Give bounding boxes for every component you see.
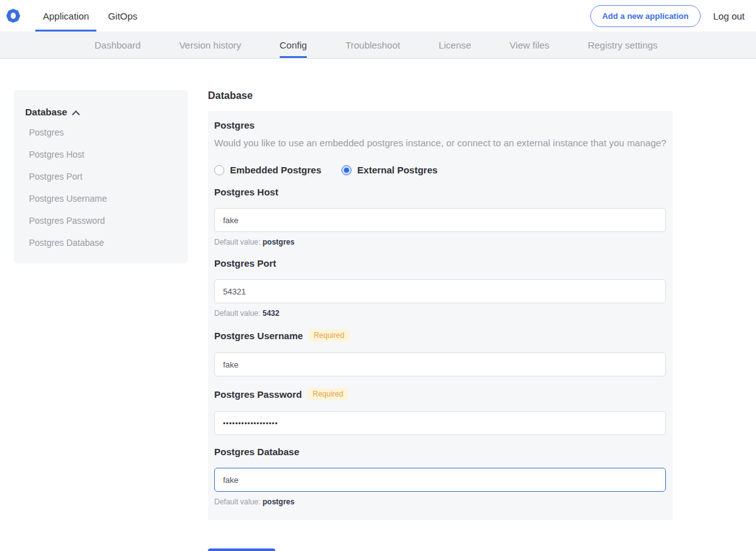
radio-selected-icon[interactable] (341, 165, 352, 175)
required-badge: Required (309, 329, 350, 342)
tab-application-label: Application (43, 11, 89, 21)
sidebar-item-postgres[interactable]: Postgres (29, 126, 176, 139)
tab-gitops[interactable]: GitOps (100, 0, 145, 32)
postgres-host-label: Postgres Host (214, 187, 667, 197)
subnav-tab-license[interactable]: License (438, 32, 471, 58)
postgres-database-default-helper: Default value: postgres (214, 497, 667, 506)
config-group-title: Database (208, 90, 673, 102)
postgres-password-field: Postgres Password Required (214, 388, 667, 435)
config-main: Database Postgres Would you like to use … (208, 90, 673, 551)
tab-application[interactable]: Application (35, 0, 96, 32)
sidebar-items: Postgres Postgres Host Postgres Port Pos… (29, 126, 176, 250)
logout-button[interactable]: Log out (713, 11, 745, 21)
save-config-button[interactable]: Save config (208, 548, 275, 551)
add-application-button[interactable]: Add a new application (590, 5, 701, 27)
postgres-port-default-helper: Default value: 5432 (214, 309, 667, 318)
postgres-username-field: Postgres Username Required (214, 329, 667, 376)
default-value: 5432 (263, 309, 280, 318)
app-logo[interactable] (6, 0, 20, 32)
default-value: postgres (263, 497, 295, 506)
subnav-tab-view-files[interactable]: View files (510, 32, 549, 58)
sidebar-item-postgres-username[interactable]: Postgres Username (29, 192, 176, 206)
subnav-tab-config[interactable]: Config (280, 32, 307, 58)
postgres-database-label: Postgres Database (214, 446, 667, 457)
postgres-username-input[interactable] (214, 352, 666, 376)
radio-embedded-postgres[interactable]: Embedded Postgres (214, 165, 321, 175)
app-logo-icon (6, 9, 20, 23)
postgres-radio-group: Embedded Postgres External Postgres (214, 165, 667, 175)
default-value-label: Default value: (214, 497, 260, 506)
sidebar-group-label: Database (25, 107, 67, 117)
postgres-host-field: Postgres Host Default value: postgres (214, 187, 667, 246)
subnav-tab-troubleshoot[interactable]: Troubleshoot (345, 32, 400, 58)
required-badge: Required (307, 388, 348, 400)
sidebar-item-postgres-password[interactable]: Postgres Password (29, 214, 176, 228)
postgres-username-label-text: Postgres Username (214, 330, 303, 341)
subnav-tab-registry-settings[interactable]: Registry settings (588, 32, 658, 58)
postgres-host-input[interactable] (214, 208, 666, 232)
top-nav: Application GitOps Add a new application… (0, 0, 756, 32)
postgres-port-label: Postgres Port (214, 258, 667, 269)
radio-unselected-icon[interactable] (214, 165, 224, 175)
postgres-port-input[interactable] (214, 279, 666, 303)
sidebar-item-postgres-port[interactable]: Postgres Port (29, 170, 176, 183)
postgres-password-label: Postgres Password Required (214, 388, 667, 400)
radio-external-postgres-label: External Postgres (357, 165, 438, 175)
header-right: Add a new application Log out (590, 0, 756, 32)
config-panel: Postgres Would you like to use an embedd… (208, 111, 673, 520)
default-value-label: Default value: (214, 238, 260, 246)
sidebar-item-postgres-database[interactable]: Postgres Database (29, 236, 176, 250)
sidebar-group-database[interactable]: Database (25, 107, 176, 117)
radio-embedded-postgres-label: Embedded Postgres (230, 165, 321, 175)
postgres-group-help: Would you like to use an embedded postgr… (214, 137, 667, 149)
postgres-database-field: Postgres Database Default value: postgre… (214, 446, 667, 506)
radio-external-postgres[interactable]: External Postgres (341, 165, 438, 175)
postgres-host-default-helper: Default value: postgres (214, 238, 667, 246)
config-sidebar: Database Postgres Postgres Host Postgres… (14, 90, 188, 264)
subnav-tab-version-history[interactable]: Version history (179, 32, 241, 58)
config-page: Database Postgres Postgres Host Postgres… (0, 59, 756, 551)
chevron-up-icon (72, 110, 79, 117)
postgres-password-input[interactable] (214, 411, 666, 435)
postgres-password-label-text: Postgres Password (214, 389, 302, 400)
default-value: postgres (263, 238, 295, 246)
postgres-group-label: Postgres (214, 120, 667, 130)
sidebar-item-postgres-host[interactable]: Postgres Host (29, 148, 176, 161)
postgres-port-field: Postgres Port Default value: 5432 (214, 258, 667, 318)
header-tabs: Application GitOps (35, 0, 149, 32)
app-subnav: Dashboard Version history Config Trouble… (0, 32, 756, 59)
tab-gitops-label: GitOps (108, 11, 137, 21)
postgres-username-label: Postgres Username Required (214, 329, 667, 342)
subnav-tab-dashboard[interactable]: Dashboard (94, 32, 140, 58)
default-value-label: Default value: (214, 309, 260, 318)
postgres-database-input[interactable] (214, 468, 666, 492)
